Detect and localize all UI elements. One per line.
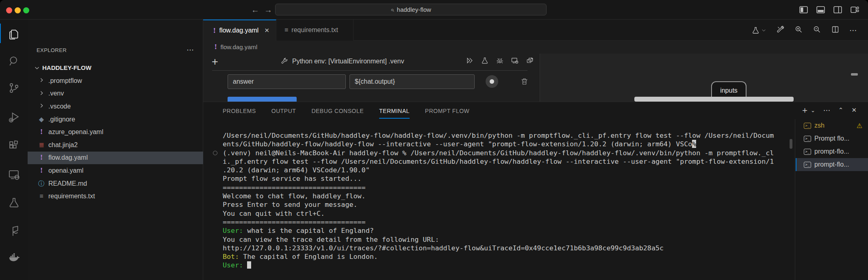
terminal-line: ents/GitHub/haddley-flow/haddley-flow --… [223, 140, 792, 148]
search-icon [8, 55, 20, 67]
split-editor-icon[interactable] [831, 25, 840, 35]
extensions-icon [8, 139, 20, 152]
explorer-more-actions-icon[interactable]: ⋯ [187, 46, 194, 54]
sidebar-item-explorer[interactable] [0, 24, 28, 45]
tab-terminal[interactable]: TERMINAL [379, 108, 410, 114]
file-row-gitignore[interactable]: ◆ .gitignore [28, 113, 203, 126]
command-center-search[interactable]: ⌕ haddley-flow [275, 4, 547, 15]
terminal-line: You can quit with ctrl+C. [223, 209, 792, 218]
run-debug-icon [8, 111, 20, 124]
beaker-icon[interactable] [481, 56, 489, 66]
zoom-window-button[interactable] [23, 7, 29, 13]
warning-icon: ⚠ [857, 122, 862, 130]
search-icon: ⌕ [391, 6, 394, 13]
terminal-line: .20.2 (darwin; arm64) VSCode/1.90.0" [223, 166, 792, 174]
chevron-right-icon [37, 90, 46, 97]
tab-debug-console[interactable]: DEBUG CONSOLE [311, 108, 364, 114]
flow-graph-canvas[interactable]: inputs [540, 54, 868, 102]
file-row-readme[interactable]: ⓘ README.md [28, 177, 203, 190]
delete-output-button[interactable] [520, 77, 529, 87]
default-output-radio[interactable] [486, 75, 498, 88]
python-env-selector[interactable]: Python env: [VirtualEnvironment] .venv [280, 54, 404, 69]
terminal-icon: >_ [804, 123, 811, 129]
file-row-vscode[interactable]: .vscode [28, 100, 203, 113]
yaml-exclamation-icon: ! [37, 167, 46, 174]
sidebar-item-extensions[interactable] [0, 135, 28, 156]
file-row-promptflow[interactable]: .promptflow [28, 74, 203, 87]
yaml-exclamation-icon: ! [37, 129, 46, 135]
file-row-openai-yaml[interactable]: ! openai.yaml [28, 164, 203, 177]
toggle-secondary-sidebar-icon[interactable] [833, 4, 843, 16]
terminal-line: Bot: The capital of England is London. [223, 252, 792, 261]
tab-prompt-flow[interactable]: PROMPT FLOW [425, 108, 469, 114]
nav-back-icon[interactable]: ← [250, 4, 261, 15]
customize-layout-icon[interactable] [850, 4, 860, 16]
source-control-icon [8, 82, 20, 94]
canvas-handle[interactable] [851, 73, 858, 76]
file-row-venv[interactable]: .venv [28, 87, 203, 100]
vscode-window: ← → ⌕ haddley-flow [0, 0, 868, 280]
terminal-session-zsh[interactable]: >_ zsh ⚠ [796, 119, 868, 132]
file-row-flow-dag-yaml[interactable]: ! flow.dag.yaml [28, 152, 203, 165]
docker-icon [8, 251, 20, 263]
nav-forward-icon[interactable]: → [263, 4, 274, 15]
tab-requirements-txt[interactable]: ≡ requirements.txt [276, 20, 354, 41]
terminal-session-prompt-flow-2[interactable]: >_ prompt-flo... [796, 145, 868, 158]
terminal-output[interactable]: /Users/neil/Documents/GitHub/haddley-flo… [223, 131, 792, 270]
sidebar-item-docker[interactable] [0, 246, 28, 267]
command-decoration-icon[interactable] [213, 151, 217, 155]
terminal-icon: >_ [804, 136, 811, 142]
info-circle-icon: ⓘ [37, 180, 46, 187]
open-editor-icon[interactable] [526, 56, 534, 66]
run-tests-beaker-icon[interactable] [751, 26, 766, 35]
title-bar: ← → ⌕ haddley-flow [0, 0, 868, 20]
toggle-primary-sidebar-icon[interactable] [799, 4, 809, 16]
run-all-icon[interactable] [466, 56, 474, 66]
sidebar-item-run-debug[interactable] [0, 106, 28, 128]
output-name-input[interactable] [228, 74, 346, 89]
new-terminal-icon[interactable]: ＋⌄ [801, 104, 815, 116]
beaker-icon [8, 196, 20, 209]
close-tab-icon[interactable]: ✕ [264, 27, 269, 34]
add-output-button[interactable]: + [212, 56, 218, 68]
sidebar-item-remote-explorer[interactable] [0, 164, 28, 185]
yaml-exclamation-icon: ! [213, 26, 216, 35]
zoom-in-icon[interactable] [794, 25, 803, 35]
canvas-node-bar[interactable] [634, 97, 794, 102]
maximize-panel-icon[interactable]: ⌃ [838, 106, 844, 114]
terminal-session-prompt-flow-1[interactable]: >_ Prompt flo... [796, 132, 868, 145]
sidebar-item-prompt-flow[interactable] [0, 220, 28, 241]
debug-bug-icon[interactable] [496, 56, 504, 66]
file-row-azure-openai-yaml[interactable]: ! azure_openai.yaml [28, 126, 203, 139]
tab-flow-dag-yaml[interactable]: ! flow.dag.yaml ✕ [203, 20, 276, 41]
breadcrumb[interactable]: ! flow.dag.yaml [214, 41, 257, 53]
terminal-session-prompt-flow-3[interactable]: >_ prompt-flo... [796, 158, 868, 171]
explorer-title: EXPLORER [37, 47, 67, 53]
close-panel-icon[interactable]: ✕ [851, 106, 857, 114]
workspace-root-folder[interactable]: HADDLEY-FLOW [28, 61, 203, 74]
sidebar-item-search[interactable] [0, 50, 28, 72]
more-icon[interactable]: ⋯ [823, 106, 830, 115]
close-window-button[interactable] [6, 7, 12, 13]
panel-tab-bar: PROBLEMS OUTPUT DEBUG CONSOLE TERMINAL P… [223, 102, 469, 120]
file-row-requirements[interactable]: ≡ requirements.txt [28, 190, 203, 203]
remote-run-icon[interactable] [511, 56, 519, 66]
sidebar-item-source-control[interactable] [0, 77, 28, 98]
more-actions-icon[interactable]: ⋯ [849, 26, 857, 35]
tab-output[interactable]: OUTPUT [271, 108, 296, 114]
tab-problems[interactable]: PROBLEMS [223, 108, 256, 114]
terminal-line: /Users/neil/Documents/GitHub/haddley-flo… [223, 131, 792, 140]
chevron-down-icon [34, 65, 40, 71]
terminal-line: Press Enter to send your message. [223, 200, 792, 209]
terminal-line: User: [223, 261, 792, 269]
terminal-icon: >_ [804, 149, 811, 155]
file-row-chat-jinja2[interactable]: ≣ chat.jinja2 [28, 139, 203, 152]
toggle-panel-icon[interactable] [816, 4, 826, 16]
terminal-scrollbar[interactable] [790, 139, 792, 149]
flow-action-button-clipped[interactable] [228, 97, 297, 102]
minimize-window-button[interactable] [15, 7, 21, 13]
sidebar-item-testing[interactable] [0, 192, 28, 213]
output-reference-input[interactable] [349, 74, 475, 89]
zoom-out-icon[interactable] [813, 25, 821, 35]
tools-icon[interactable] [776, 25, 785, 35]
